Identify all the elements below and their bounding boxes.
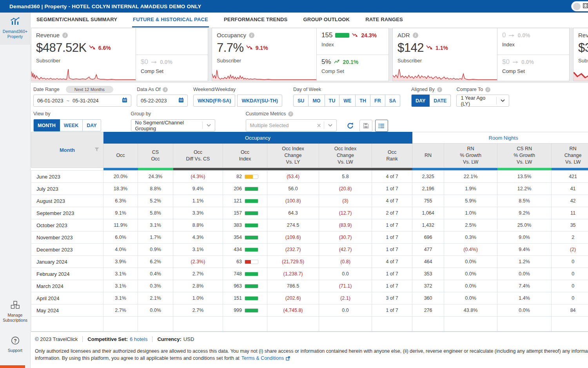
tab-performance-trends[interactable]: PERFORMANCE TRENDS xyxy=(223,13,289,27)
data-cell: 3.1% xyxy=(103,280,138,292)
index-value: 157 xyxy=(232,210,242,216)
data-cell: (42.7) xyxy=(319,244,372,256)
tab-future-historical-pace[interactable]: FUTURE & HISTORICAL PACE xyxy=(132,13,209,27)
customize-metrics-select[interactable]: Multiple Selected ✕ xyxy=(246,119,337,131)
kpi-occupancy-index: 155 24.3% Index xyxy=(317,28,388,55)
day-of-week-label: Day of Week xyxy=(293,87,321,92)
dow-fr[interactable]: FR xyxy=(370,95,385,107)
sidebar-item-support[interactable]: ? Support xyxy=(0,332,30,357)
column-header-cs-occ: CS Occ xyxy=(138,144,173,168)
data-cell: 0.0% xyxy=(444,256,497,268)
data-cell: 2.8% xyxy=(173,280,223,292)
data-cell: (4.3%) xyxy=(173,171,223,183)
data-cell: 0.0% xyxy=(497,268,552,280)
stripe-cell xyxy=(267,168,319,171)
stripe-cell xyxy=(223,168,267,171)
view-by-week[interactable]: WEEK xyxy=(60,119,83,131)
info-icon[interactable]: i xyxy=(413,33,418,38)
date-range-input[interactable]: 06-01-2023 ~ 05-31-2024 xyxy=(33,95,131,107)
kpi-title: Rev xyxy=(578,32,588,38)
kpi-revenue: Revenue i $487.52K 6.6% Subscriber $0 xyxy=(31,28,208,81)
data-cell: 1.0% xyxy=(173,292,223,304)
kpi-value: 7.7% xyxy=(217,41,244,55)
data-as-of-input[interactable]: 05-22-2023 xyxy=(137,95,188,107)
terms-link[interactable]: Terms & Conditions xyxy=(241,355,284,362)
aligned-by-day[interactable]: DAY xyxy=(411,95,430,107)
data-cell: 4.0% xyxy=(103,244,138,256)
compare-to-select[interactable]: 1 Year Ago (LY) xyxy=(456,95,509,107)
sidebar-item-demand360-property[interactable]: Demand360+ Property xyxy=(0,13,30,45)
wknd-button[interactable]: WKND(FR-SA) xyxy=(193,95,235,107)
data-cell: 13.5% xyxy=(497,171,552,183)
index-value: 121 xyxy=(232,198,242,204)
property-selector[interactable]: AMD xyxy=(571,1,588,11)
info-icon[interactable]: i xyxy=(163,87,168,92)
trend-flat-icon xyxy=(512,58,519,66)
tab-group-outlook[interactable]: GROUP OUTLOOK xyxy=(302,13,350,27)
dow-tu[interactable]: TU xyxy=(325,95,340,107)
calendar-icon[interactable] xyxy=(178,97,184,104)
wkday-button[interactable]: WKDAY(SU-TH) xyxy=(237,95,282,107)
trend-down-icon xyxy=(352,32,358,39)
data-cell: (1,238.7) xyxy=(267,268,319,280)
aligned-by-date[interactable]: DATE xyxy=(430,95,451,107)
dow-su[interactable]: SU xyxy=(293,95,309,107)
filter-icon[interactable] xyxy=(94,147,99,153)
calendar-icon[interactable] xyxy=(122,97,127,104)
data-cell: (12.7) xyxy=(319,207,372,219)
occ-index-cell: 63 xyxy=(223,256,267,268)
info-icon[interactable]: i xyxy=(62,33,68,38)
index-value: 151 xyxy=(232,295,242,301)
refresh-button[interactable] xyxy=(344,120,357,132)
data-as-of-label: Data As Of xyxy=(137,87,160,92)
top-bar: Demand360 | Property - HOTEL COLYN INTER… xyxy=(0,0,588,13)
index-bar xyxy=(335,33,349,38)
data-cell: 464 xyxy=(412,256,444,268)
index-value: 963 xyxy=(232,283,242,289)
competitive-set-link[interactable]: 6 hotels xyxy=(130,336,148,342)
view-by-month[interactable]: MONTH xyxy=(33,119,60,131)
occ-index-cell: 748 xyxy=(223,268,267,280)
column-header-occ-index-change-vs-lw: Occ Index Change Vs. LW xyxy=(319,144,372,168)
info-icon[interactable]: i xyxy=(249,33,254,38)
save-button[interactable] xyxy=(359,120,372,132)
index-value: 0 xyxy=(502,31,506,39)
occ-index-cell: 963 xyxy=(223,280,267,292)
trend-down-icon xyxy=(426,44,433,51)
dow-th[interactable]: TH xyxy=(356,95,370,107)
tab-rate-ranges[interactable]: RATE RANGES xyxy=(365,13,404,27)
table-row: January 20243.9%6.2%(2.3%)63(21,729.5)(0… xyxy=(31,256,588,268)
dow-mo[interactable]: MO xyxy=(309,95,325,107)
dow-sa[interactable]: SA xyxy=(385,95,400,107)
data-cell: 1,432 xyxy=(412,219,444,231)
data-cell: (2) xyxy=(552,244,588,256)
kpi-adr: ADR i $142 1.1% Subscriber 0 0.0% xyxy=(392,28,570,81)
data-cell: 8.8% xyxy=(138,183,173,195)
tab-segment-channel-summary[interactable]: SEGMENT/CHANNEL SUMMARY xyxy=(36,13,118,27)
data-cell: 353 xyxy=(412,268,444,280)
view-by-day[interactable]: DAY xyxy=(83,119,101,131)
index-bar xyxy=(245,296,258,301)
kpi-entity: Subscriber xyxy=(397,58,492,64)
competitive-set-label: Competitive Set: xyxy=(87,336,128,342)
group-by-select[interactable]: No Segment/Channel Grouping xyxy=(131,119,215,131)
sparkline xyxy=(31,65,136,81)
aligned-by-group: DAYDATE xyxy=(411,95,451,107)
metric-list-button[interactable] xyxy=(375,120,388,132)
table-row: May 20242.7%0.0%2.7%999(4,745.8)0.01 of … xyxy=(31,304,588,317)
date-start: 06-01-2023 xyxy=(37,98,64,104)
empty-cell xyxy=(103,317,138,332)
tab-bar: SEGMENT/CHANNEL SUMMARYFUTURE & HISTORIC… xyxy=(31,13,588,27)
info-icon[interactable]: i xyxy=(288,111,293,117)
column-header-occ-index-change-vs-ly: Occ Index Change Vs. LY xyxy=(267,144,319,168)
clear-icon[interactable]: ✕ xyxy=(316,122,324,129)
data-cell: 360 xyxy=(412,292,444,304)
month-cell: October 2023 xyxy=(31,219,103,231)
sidebar-item-manage-subscriptions[interactable]: Manage Subscriptions xyxy=(0,297,30,327)
index-bar xyxy=(245,175,258,179)
info-icon[interactable]: i xyxy=(485,87,490,92)
info-icon[interactable]: i xyxy=(437,87,442,92)
dow-we[interactable]: WE xyxy=(339,95,356,107)
data-cell: (83.9) xyxy=(319,219,372,231)
data-cell: 0.0 xyxy=(319,304,372,317)
